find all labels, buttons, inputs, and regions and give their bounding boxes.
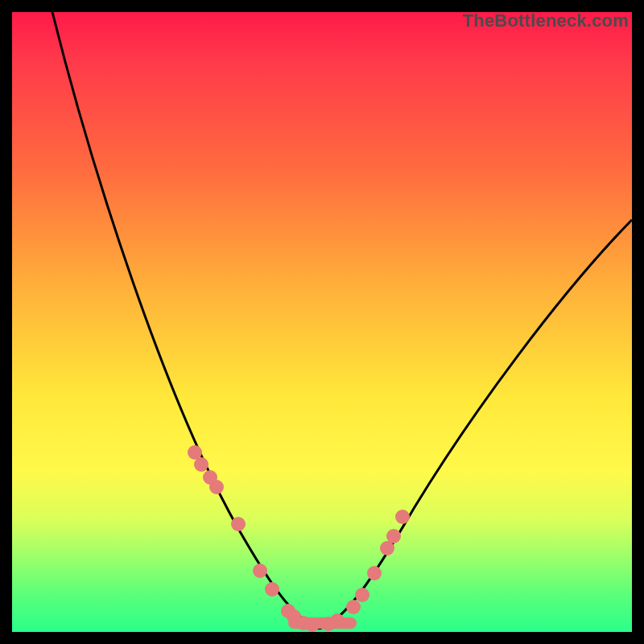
svg-point-12: [330, 613, 345, 628]
chart-frame: TheBottleneck.com: [12, 12, 632, 632]
svg-point-3: [209, 480, 224, 494]
svg-point-10: [305, 617, 320, 632]
svg-point-17: [386, 529, 401, 543]
svg-point-4: [231, 517, 246, 531]
svg-point-15: [367, 566, 382, 580]
svg-point-18: [395, 510, 410, 524]
v-curve: [52, 12, 632, 629]
svg-point-13: [346, 600, 361, 614]
svg-point-14: [355, 588, 369, 602]
svg-point-1: [194, 457, 208, 472]
svg-point-6: [265, 582, 279, 597]
dot-series: [188, 445, 410, 632]
chart-svg: [12, 12, 632, 632]
svg-point-5: [253, 564, 267, 578]
curve-left-branch: [52, 12, 320, 629]
curve-right-branch: [320, 220, 632, 629]
